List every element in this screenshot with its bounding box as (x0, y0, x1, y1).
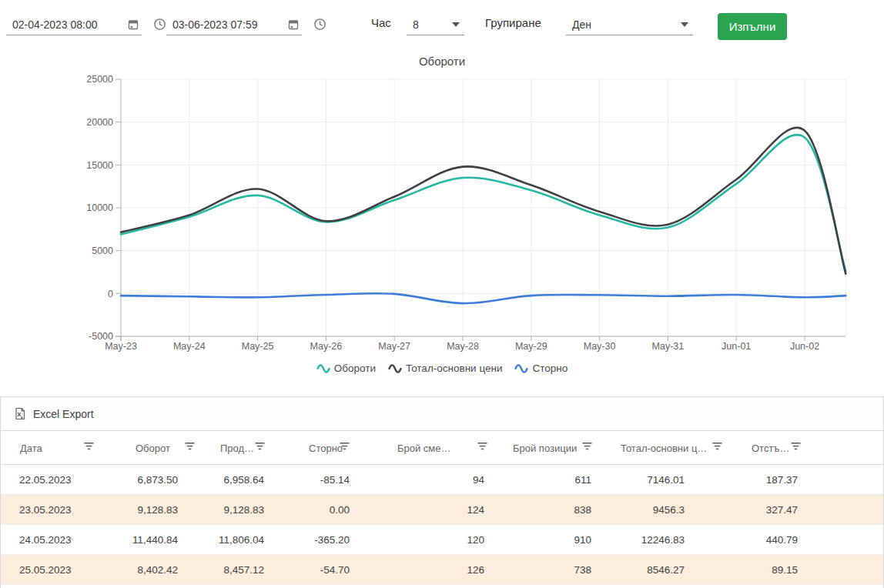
date-to-field[interactable]: 03-06-2023 07:59 (166, 14, 302, 35)
table-row: 22.05.20236,873.506,958.64-85.1494611714… (1, 465, 883, 495)
legend-item[interactable]: Тотал-основни цени (388, 362, 503, 374)
table-cell (378, 585, 494, 588)
table-cell: 12246.83 (601, 525, 732, 555)
table-cell: 6,873.50 (116, 465, 201, 495)
column-header-shifts[interactable]: Брой сме… (378, 431, 494, 465)
x-axis-tick-label: May-31 (652, 341, 685, 352)
table-cell: 327.47 (732, 495, 883, 525)
x-axis-tick-label: May-23 (105, 341, 137, 352)
turnover-line-chart: 2500020000150001000050000-5000May-23May-… (0, 73, 884, 356)
column-header-positions[interactable]: Брой позиции (494, 431, 601, 465)
filter-icon[interactable] (582, 442, 592, 453)
table-cell: 0.00 (290, 495, 378, 525)
column-header-date[interactable]: Дата (1, 431, 116, 465)
calendar-icon[interactable] (125, 16, 142, 33)
table-cell: -365.20 (290, 525, 378, 555)
y-axis-tick-label: 10000 (86, 202, 113, 213)
legend-item[interactable]: Обороти (316, 362, 376, 374)
table-cell (116, 585, 201, 588)
x-axis-tick-label: May-30 (584, 341, 616, 352)
table-cell (494, 585, 601, 588)
x-axis-tick-label: Jun-01 (722, 341, 751, 352)
table-cell: 11,440.84 (116, 525, 201, 555)
table-cell: 9,128.83 (116, 495, 201, 525)
table-row-partial (1, 585, 883, 588)
time-picker-icon[interactable] (311, 15, 328, 32)
table-cell: 8546.27 (601, 555, 732, 585)
table-cell: 910 (494, 525, 601, 555)
table-cell (201, 585, 290, 588)
x-axis-tick-label: May-28 (447, 341, 479, 352)
table-cell: 9456.3 (601, 495, 732, 525)
legend-label: Сторно (532, 362, 568, 374)
series-wave-icon (316, 363, 330, 374)
table-cell: 124 (378, 495, 494, 525)
y-axis-tick-label: 5000 (92, 246, 113, 256)
query-toolbar: 02-04-2023 08:00 03-06-2023 07:59 Час 8 … (0, 0, 884, 48)
table-cell: 120 (378, 525, 494, 555)
table-cell: -85.14 (290, 465, 378, 495)
x-axis-tick-label: May-25 (242, 341, 274, 352)
table-cell: 611 (494, 465, 601, 495)
column-header-discount[interactable]: Отстъ… (732, 431, 883, 465)
filter-icon[interactable] (791, 442, 801, 453)
chart-title: Обороти (0, 55, 884, 68)
grouping-dropdown[interactable]: Ден (566, 14, 693, 35)
legend-item[interactable]: Сторно (514, 362, 568, 374)
filter-icon[interactable] (712, 442, 722, 453)
table-cell: 25.05.2023 (1, 555, 116, 585)
table-cell: 838 (494, 495, 601, 525)
date-from-value[interactable]: 02-04-2023 08:00 (6, 18, 125, 31)
filter-icon[interactable] (255, 442, 265, 453)
table-cell: 7146.01 (601, 465, 732, 495)
column-header-sales[interactable]: Прод… (201, 431, 290, 465)
table-cell: 89.15 (732, 555, 883, 585)
date-to-value[interactable]: 03-06-2023 07:59 (166, 18, 285, 31)
excel-export-label: Excel Export (33, 408, 94, 420)
filter-icon[interactable] (185, 442, 195, 453)
table-cell (290, 585, 378, 588)
hour-dropdown[interactable]: 8 (407, 14, 464, 35)
hour-label: Час (371, 16, 391, 29)
y-axis-tick-label: 15000 (86, 160, 113, 171)
grouping-label: Групиране (485, 16, 541, 29)
time-picker-icon[interactable] (151, 15, 168, 32)
column-header-storno[interactable]: Сторно (290, 431, 378, 465)
table-cell: 440.79 (732, 525, 883, 555)
table-cell: -54.70 (290, 555, 378, 585)
table-cell: 23.05.2023 (1, 495, 116, 525)
x-axis-tick-label: Jun-02 (790, 341, 819, 352)
table-row: 24.05.202311,440.8411,806.04-365.2012091… (1, 525, 883, 555)
y-axis-tick-label: 20000 (86, 117, 113, 128)
y-axis-tick-label: 25000 (86, 74, 113, 85)
table-cell: 22.05.2023 (1, 465, 116, 495)
excel-export-button[interactable]: Excel Export (1, 397, 883, 431)
table-row: 25.05.20238,402.428,457.12-54.7012673885… (1, 555, 883, 585)
column-header-total-base-prices[interactable]: Тотал-основни цени (601, 431, 732, 465)
chevron-down-icon (452, 22, 460, 27)
chevron-down-icon (681, 22, 688, 27)
table-cell (732, 585, 883, 588)
x-axis-tick-label: May-29 (515, 341, 547, 352)
excel-icon (14, 407, 26, 420)
results-grid: Excel Export Дата Оборот Прод… Сторно Бр… (0, 396, 884, 588)
table-cell: 11,806.04 (201, 525, 290, 555)
column-header-turnover[interactable]: Оборот (116, 431, 201, 465)
x-axis-tick-label: May-27 (378, 341, 410, 352)
table-cell: 24.05.2023 (1, 525, 116, 555)
series-line-Сторно (121, 293, 845, 303)
date-from-field[interactable]: 02-04-2023 08:00 (6, 14, 142, 35)
hour-dropdown-value: 8 (407, 18, 452, 31)
filter-icon[interactable] (84, 442, 94, 453)
execute-button[interactable]: Изпълни (718, 13, 787, 40)
filter-icon[interactable] (340, 442, 350, 453)
table-cell (1, 585, 116, 588)
legend-label: Обороти (334, 362, 376, 374)
table-cell: 187.37 (732, 465, 883, 495)
calendar-icon[interactable] (285, 16, 302, 33)
table-cell: 94 (378, 465, 494, 495)
table-cell: 8,402.42 (116, 555, 201, 585)
filter-icon[interactable] (477, 442, 487, 453)
table-row: 23.05.20239,128.839,128.830.001248389456… (1, 495, 883, 525)
table-cell: 126 (378, 555, 494, 585)
